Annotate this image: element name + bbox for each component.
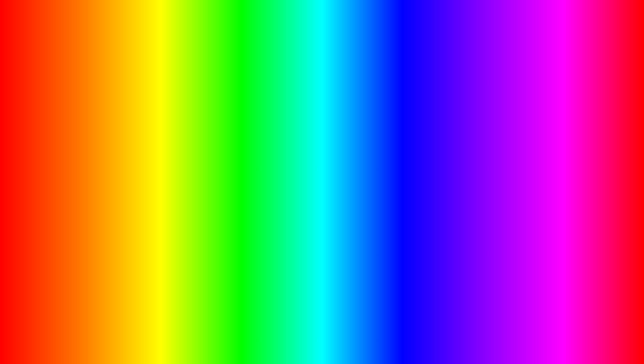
item-dots-r6[interactable]: ⋮ (424, 188, 429, 195)
sidebar-item-combat-right[interactable]: Combat (262, 119, 299, 129)
gui-sidebar-left: Combat Movement Abilities Gloves World (58, 117, 95, 199)
title-b: B (273, 3, 316, 71)
autofarm-label: AutoFarm (107, 144, 126, 149)
wave-icon: ∿ (304, 155, 308, 160)
item-dots-6[interactable]: ⋮ (220, 188, 226, 195)
spamspace-label: SpamSpace (310, 132, 334, 137)
item-dots-2[interactable]: ⋮ (220, 143, 226, 149)
item-dots-4[interactable]: ⋮ (220, 166, 226, 172)
title-l2: L (427, 3, 463, 71)
gui-section-header-left: Combat (97, 119, 229, 128)
gui-sidebar-right: Combat Movement Abilities Gloves World (262, 117, 299, 199)
background: SLAP SLOP BATTLES SLAP BATTLES MOBILE ✓ … (3, 3, 641, 361)
title-container: SLAP BATTLES (3, 6, 641, 68)
title-space (258, 3, 273, 71)
gui-body-right: Combat Movement Abilities Gloves World A… (262, 117, 434, 199)
velocity-label: Velocity (105, 189, 120, 194)
item-dots-r1[interactable]: ⋮ (424, 132, 429, 138)
item-dots-5[interactable]: ⋮ (220, 177, 226, 183)
gui-item-autofarm[interactable]: ✓ AutoFarm ⋮ (97, 141, 229, 152)
sidebar-item-world-left[interactable]: World (58, 160, 95, 171)
title-l: L (142, 3, 178, 71)
mode-label-2: Mode (105, 178, 116, 183)
goldendelay-label: GoldenDelay (310, 155, 335, 160)
gui-content-right: Abilities ◎ SpamSpace ⋮ ◎ AntiTimeStop ⋮ (299, 117, 434, 199)
sidebar-item-abilities-left[interactable]: Abilities (58, 140, 95, 150)
target-icon-1: ◎ (304, 132, 308, 138)
title-t1: T (355, 3, 391, 71)
gui-title-left: whopper battles (62, 109, 95, 115)
autoreverse-label: AutoReverse (310, 178, 335, 183)
item-dots-r5[interactable]: ⋮ (424, 177, 429, 183)
title-p: P (221, 3, 258, 71)
gui-titlebar-left: whopper battles × (58, 107, 231, 117)
item-dots-3[interactable]: ⋮ (220, 154, 226, 161)
bottom-bar: AUTO FARM SCRIPT PASTEBIN (3, 315, 641, 361)
gui-item-death-godmode[interactable]: ☠ Death Godmode ⋮ (97, 129, 229, 141)
sidebar-item-movement-right[interactable]: Movement (262, 129, 299, 140)
gui-close-right[interactable]: × (428, 109, 431, 115)
target-icon-2: ◎ (304, 144, 308, 149)
antirockkill-label: AntiRockKill (310, 189, 333, 194)
gui-title-right: whopper battles (265, 109, 298, 115)
gui-item-mode-1[interactable]: ≡ Mode ⋮ (97, 152, 229, 163)
gui-item-mode-2[interactable]: ≡ Mode ⋮ (97, 175, 229, 186)
svg-point-19 (575, 146, 582, 153)
gui-titlebar-right: whopper battles × (262, 107, 434, 117)
item-dots-r3[interactable]: ⋮ (424, 154, 429, 161)
gui-item-antirockkill[interactable]: ◎ AntiRockKill ⋮ (300, 186, 432, 197)
gui-section-header-right: Abilities (300, 119, 432, 128)
lines-icon-2: ≡ (100, 178, 103, 183)
item-dots-1[interactable]: ⋮ (220, 132, 226, 138)
pastebin-text: PASTEBIN (435, 324, 566, 352)
lines-icon-1: ≡ (100, 155, 103, 160)
skull-icon: ☠ (100, 132, 104, 138)
gui-close-left[interactable]: × (224, 109, 227, 115)
item-dots-r2[interactable]: ⋮ (424, 143, 429, 149)
antitimestop-label: AntiTimeStop (310, 144, 336, 149)
gui-item-goldendelay[interactable]: ∿ GoldenDelay ⋮ (300, 152, 432, 163)
death-godmode-label: Death Godmode (107, 132, 139, 137)
target-icon-4: ◎ (304, 178, 308, 183)
sidebar-item-abilities-right[interactable]: Abilities (262, 140, 299, 150)
sidebar-item-movement-left[interactable]: Movement (58, 129, 95, 140)
sidebar-item-gloves-left[interactable]: Gloves (58, 150, 95, 160)
title-t2: T (391, 3, 427, 71)
sidebar-item-combat-left[interactable]: Combat (58, 119, 95, 129)
target-icon-5: ◎ (304, 189, 308, 194)
gui-window-left: whopper battles × Combat Movement Abilit… (58, 106, 231, 200)
check-icon-2: ✓ (100, 166, 104, 172)
gui-window-right: whopper battles × Combat Movement Abilit… (261, 106, 435, 200)
title-s: S (102, 3, 141, 71)
title-e: E (463, 3, 502, 71)
gui-item-velocity[interactable]: ○ Velocity ⋮ (97, 186, 229, 197)
sidebar-item-gloves-right[interactable]: Gloves (262, 150, 299, 160)
title-s2: S (502, 3, 542, 71)
mode-label-1: Mode (105, 155, 116, 160)
item-dots-r4[interactable]: ⋮ (424, 166, 429, 172)
gui-item-goldengodmode[interactable]: ◎ GoldenGodmode ⋮ (300, 163, 432, 175)
au-label: Au (107, 166, 112, 171)
gui-body-left: Combat Movement Abilities Gloves World C… (58, 117, 231, 199)
gui-item-antitimestop[interactable]: ◎ AntiTimeStop ⋮ (300, 141, 432, 152)
circle-icon-1: ○ (100, 189, 103, 194)
gui-item-spamspace[interactable]: ◎ SpamSpace ⋮ (300, 129, 432, 141)
goldengodmode-label: GoldenGodmode (310, 166, 343, 171)
title-a2: A (316, 3, 355, 71)
gui-content-left: Combat ☠ Death Godmode ⋮ ✓ AutoFarm ⋮ (95, 117, 231, 199)
target-icon-3: ◎ (304, 166, 308, 172)
check-icon-1: ✓ (100, 144, 104, 149)
svg-point-20 (595, 146, 602, 153)
title-a: A (178, 3, 221, 71)
game-title: SLAP BATTLES (3, 6, 641, 68)
gui-item-autoreverse[interactable]: ◎ AutoReverse ⋮ (300, 175, 432, 186)
svg-point-16 (550, 116, 623, 190)
script-text: SCRIPT (333, 324, 429, 352)
gui-item-au[interactable]: ✓ Au ⋮ (97, 163, 229, 175)
auto-farm-text: AUTO FARM (78, 313, 326, 361)
sidebar-item-world-right[interactable]: World (262, 160, 299, 171)
